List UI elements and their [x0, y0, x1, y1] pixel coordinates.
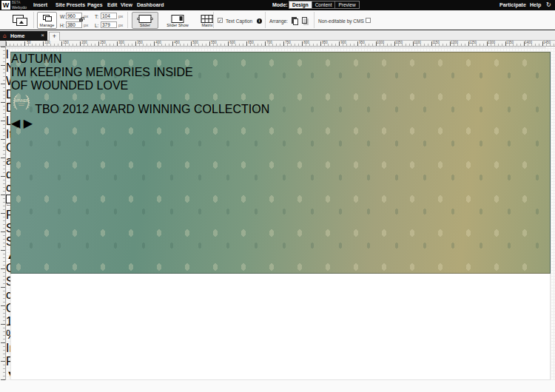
ruler-number: 950: [359, 41, 365, 44]
ruler-number: 1300: [488, 41, 495, 44]
slider-widget-type-icon: [13, 15, 29, 27]
left-label: L:: [95, 23, 98, 28]
check-icon: ✓: [218, 18, 222, 23]
brand-label: Webydo: [12, 5, 27, 10]
ruler-number: 250: [100, 41, 106, 44]
ruler-number: 650: [248, 41, 254, 44]
mode-label: Mode:: [272, 0, 288, 10]
ruler-number: 550: [211, 41, 217, 44]
ruler-number: 1450: [543, 41, 551, 44]
ruler-number: 500: [192, 41, 198, 44]
ruler-number: 1100: [414, 41, 421, 44]
refresh-icon[interactable]: ↻: [546, 0, 551, 10]
ruler-number: 300: [118, 41, 124, 44]
mode-content[interactable]: Content: [312, 1, 336, 8]
menu-view[interactable]: View: [121, 0, 132, 10]
ruler-number: 700: [266, 41, 272, 44]
ruler-number: 1250: [469, 41, 477, 44]
ruler-number: 50: [27, 41, 30, 44]
ruler-number: 1400: [525, 41, 532, 44]
webydo-editor: W BETA Webydo Insert Site Presets Pages …: [0, 0, 555, 392]
top-input[interactable]: [101, 13, 117, 19]
ruler-number: 850: [322, 41, 328, 44]
menu-pages[interactable]: Pages: [87, 0, 103, 10]
ruler-number: 800: [303, 41, 309, 44]
beta-label: BETA: [12, 1, 20, 4]
top-menu-bar: W BETA Webydo Insert Site Presets Pages …: [0, 0, 555, 10]
ruler-number: 600: [229, 41, 235, 44]
slider-icon: [139, 15, 152, 23]
hero-slider-element[interactable]: AUTUMN I'M KEEPING MEMORIES INSIDE OF WO…: [10, 52, 551, 274]
width-unit: px: [84, 14, 88, 18]
participate-link[interactable]: Participate: [500, 0, 526, 10]
height-input[interactable]: [66, 21, 82, 28]
mode-preview[interactable]: Preview: [335, 1, 358, 8]
ruler-corner: [0, 41, 6, 47]
text-caption-checkbox[interactable]: ✓: [218, 18, 223, 23]
menu-dashboard[interactable]: Dashboard: [137, 0, 164, 10]
page-tab-bar: ⌂ Home × +: [0, 31, 555, 41]
lock-icon[interactable]: [79, 18, 83, 21]
menu-site-presets[interactable]: Site Presets: [56, 0, 85, 10]
manage-button[interactable]: Manage: [37, 12, 57, 29]
ruler-number: 750: [285, 41, 291, 44]
left-input[interactable]: [101, 21, 117, 28]
ruler-number: 1350: [506, 41, 514, 44]
cms-editable-checkbox[interactable]: [366, 18, 371, 23]
ruler-number: 200: [81, 41, 87, 44]
widget-matrix-label: Matrix: [196, 23, 218, 27]
ruler-number: 1000: [377, 41, 384, 44]
vertical-ruler: [0, 47, 6, 380]
help-link[interactable]: Help: [530, 0, 541, 10]
ruler-number: 400: [155, 41, 161, 44]
widget-slider-label: Slider: [132, 23, 158, 27]
bring-forward-icon[interactable]: [292, 17, 298, 25]
send-backward-icon[interactable]: [302, 17, 309, 25]
ruler-number: 150: [63, 41, 69, 44]
add-page-tab[interactable]: +: [49, 32, 60, 41]
manage-images-icon: [43, 15, 53, 22]
widget-slider-button[interactable]: Slider: [132, 12, 158, 29]
top-unit: px: [118, 14, 123, 18]
widget-slider-show-button[interactable]: Slider Show: [161, 12, 194, 29]
arrange-label: Arrange:: [269, 18, 288, 24]
ruler-number: 450: [174, 41, 180, 44]
matrix-icon: [201, 15, 214, 23]
mode-switcher: Design Content Preview: [289, 1, 360, 9]
height-unit: px: [84, 23, 88, 27]
top-label: T:: [95, 14, 98, 19]
tab-home-label: Home: [10, 31, 24, 41]
properties-toolbar: Manage W: px H: px T: px L: px Slider Sl…: [0, 10, 555, 30]
menu-edit[interactable]: Edit: [107, 0, 117, 10]
ruler-number: 1200: [451, 41, 458, 44]
info-icon[interactable]: i: [257, 18, 262, 24]
slider-show-icon: [172, 15, 184, 23]
horizontal-ruler: 5010015020025030035040045050055060065070…: [6, 41, 555, 47]
height-label: H:: [60, 23, 65, 28]
ruler-number: 900: [340, 41, 346, 44]
design-canvas[interactable]: AUTUMN I'M KEEPING MEMORIES INSIDE OF WO…: [6, 47, 555, 380]
mode-design[interactable]: Design: [289, 1, 312, 8]
manage-label: Manage: [38, 23, 56, 27]
text-caption-label: Text Caption: [226, 18, 252, 24]
cms-editable-label: Non-editable by CMS: [318, 18, 364, 24]
ruler-number: 100: [44, 41, 50, 44]
home-icon: ⌂: [3, 31, 7, 41]
ruler-number: 1050: [395, 41, 403, 44]
tab-home[interactable]: ⌂ Home ×: [0, 31, 47, 41]
widget-slider-show-label: Slider Show: [162, 23, 193, 27]
width-label: W:: [60, 14, 66, 19]
ruler-number: 350: [137, 41, 143, 44]
webydo-logo[interactable]: W: [1, 1, 10, 10]
widget-matrix-button[interactable]: Matrix: [195, 12, 219, 29]
close-icon[interactable]: ×: [41, 31, 44, 40]
ruler-number: 1150: [432, 41, 440, 44]
left-unit: px: [118, 23, 123, 27]
menu-insert[interactable]: Insert: [33, 0, 47, 10]
